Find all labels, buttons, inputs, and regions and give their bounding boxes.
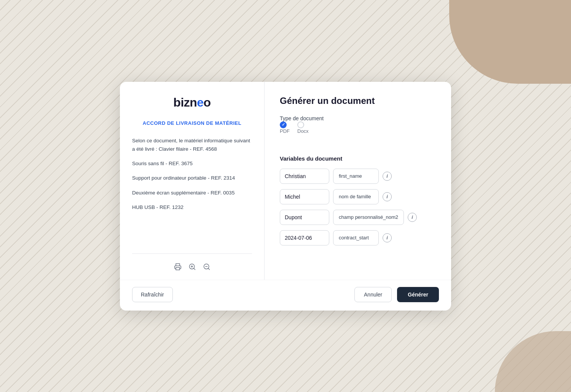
modal-body: bizneo ACCORD DE LIVRAISON DE MATÉRIEL S…: [120, 82, 451, 280]
doc-paragraph-1: Selon ce document, le matériel informati…: [132, 137, 252, 154]
variable-name-3: champ personnalisé_nom2: [333, 210, 404, 225]
cancel-button[interactable]: Annuler: [354, 287, 392, 302]
svg-rect-0: [176, 267, 180, 270]
footer-actions: Annuler Générer: [354, 287, 439, 302]
form-title: Générer un document: [280, 96, 436, 106]
doc-content: Selon ce document, le matériel informati…: [132, 137, 252, 249]
doc-paragraph-5: HUB USB - REF. 1232: [132, 203, 252, 212]
doc-type-row: PDF Docx: [280, 121, 436, 137]
variable-row-4: contract_start i: [280, 230, 436, 245]
logo-area: bizneo: [132, 96, 252, 110]
svg-line-6: [208, 268, 209, 269]
logo-dot: e: [197, 96, 203, 109]
variable-name-2: nom de famille: [333, 189, 379, 204]
variable-value-4[interactable]: [280, 230, 329, 245]
doc-paragraph-3: Support pour ordinateur portable - REF. …: [132, 174, 252, 182]
preview-panel: bizneo ACCORD DE LIVRAISON DE MATÉRIEL S…: [120, 82, 265, 280]
variable-info-icon-4[interactable]: i: [383, 233, 392, 242]
variable-info-icon-3[interactable]: i: [408, 213, 417, 222]
pdf-check-icon: [280, 121, 287, 128]
variable-value-1[interactable]: [280, 169, 329, 184]
variable-name-1: first_name: [333, 169, 379, 184]
variable-info-icon-1[interactable]: i: [383, 172, 392, 181]
svg-line-2: [193, 268, 195, 269]
variable-row-1: first_name i: [280, 169, 436, 184]
variables-title: Variables du document: [280, 155, 436, 162]
docx-radio-circle: [297, 121, 304, 128]
docx-label: Docx: [297, 128, 309, 134]
variable-name-4: contract_start: [333, 230, 379, 245]
zoom-in-icon[interactable]: [188, 263, 196, 271]
zoom-out-icon[interactable]: [203, 263, 211, 271]
radio-docx[interactable]: Docx: [297, 121, 309, 134]
doc-paragraph-4: Deuxième écran supplémentaire - REF. 003…: [132, 189, 252, 197]
doc-type-label: Type de document: [280, 115, 436, 121]
refresh-button[interactable]: Rafraîchir: [132, 287, 173, 302]
variable-row-2: nom de famille i: [280, 189, 436, 204]
form-panel: Générer un document Type de document PDF…: [265, 82, 451, 280]
generate-button[interactable]: Générer: [397, 287, 439, 302]
doc-type-group: Type de document PDF Docx: [280, 115, 436, 148]
variable-value-2[interactable]: [280, 189, 329, 204]
variable-value-3[interactable]: [280, 210, 329, 225]
print-icon[interactable]: [174, 263, 182, 271]
variable-row-3: champ personnalisé_nom2 i: [280, 210, 436, 225]
logo: bizneo: [173, 96, 211, 109]
preview-toolbar: [132, 253, 252, 271]
variable-info-icon-2[interactable]: i: [383, 192, 392, 201]
radio-pdf[interactable]: PDF: [280, 121, 290, 134]
doc-title: ACCORD DE LIVRAISON DE MATÉRIEL: [132, 120, 252, 126]
doc-paragraph-2: Souris sans fil - REF. 3675: [132, 159, 252, 168]
modal-footer: Rafraîchir Annuler Générer: [120, 280, 451, 311]
pdf-label: PDF: [280, 128, 290, 134]
modal: bizneo ACCORD DE LIVRAISON DE MATÉRIEL S…: [120, 82, 451, 311]
